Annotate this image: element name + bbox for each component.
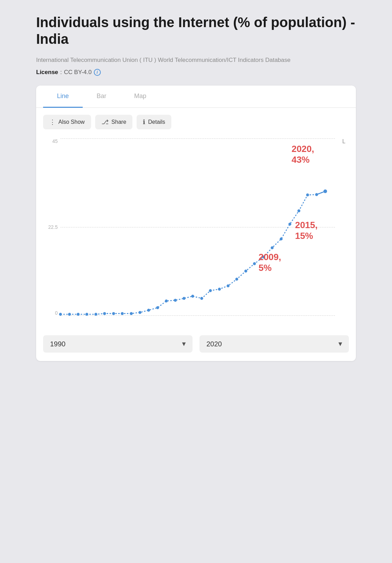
dot-2019: [315, 193, 318, 196]
tabs-container: Line Bar Map: [36, 86, 356, 108]
dot-2011: [244, 270, 247, 273]
dot-1991: [68, 313, 71, 316]
dropdowns-row: 1990 1991 1992 1995 2000 2005 2010 ▼ 202…: [36, 330, 356, 361]
dot-2010: [235, 278, 238, 281]
also-show-icon: ⋮: [49, 118, 56, 126]
dot-2002: [165, 299, 168, 303]
chart-inner: L 2020, 43% 2015, 15% 2009, 5%: [60, 138, 335, 316]
y-label-0: 0: [40, 310, 58, 316]
dot-1992: [77, 313, 80, 316]
details-button[interactable]: ℹ Details: [137, 115, 171, 129]
y-label-45: 45: [40, 138, 58, 144]
license-info-icon[interactable]: i: [94, 69, 101, 76]
chart-area: 45 22.5 0: [36, 135, 356, 330]
dot-2015: [280, 237, 283, 240]
share-icon: ⎇: [101, 118, 109, 126]
dot-1997: [121, 312, 124, 315]
page-container: Individuals using the Internet (% of pop…: [36, 14, 356, 549]
tab-map[interactable]: Map: [120, 86, 160, 108]
license-separator: :: [60, 69, 62, 76]
chart-card: Line Bar Map ⋮ Also Show ⎇ Share ℹ Detai…: [36, 86, 356, 361]
dot-2003: [174, 299, 177, 302]
dot-2005: [191, 295, 194, 298]
dot-2004: [182, 297, 185, 300]
dot-1996: [112, 312, 115, 315]
license-label: License: [36, 69, 58, 76]
page-title: Individuals using the Internet (% of pop…: [36, 14, 356, 47]
license-row: License : CC BY-4.0 i: [36, 69, 356, 76]
dot-2009: [227, 284, 229, 287]
annotation-2015: 2015, 15%: [295, 220, 318, 241]
end-year-select[interactable]: 2020 2019 2018 2015 2010: [199, 335, 349, 353]
dot-2016: [288, 223, 291, 226]
dot-2001: [156, 306, 159, 309]
toolbar: ⋮ Also Show ⎇ Share ℹ Details: [36, 108, 356, 135]
start-year-wrapper: 1990 1991 1992 1995 2000 2005 2010 ▼: [43, 335, 193, 353]
dot-1999: [139, 311, 141, 314]
dot-2006: [200, 297, 203, 300]
also-show-button[interactable]: ⋮ Also Show: [43, 115, 91, 129]
dot-2008: [218, 288, 221, 291]
dot-2012: [253, 262, 256, 265]
dot-1995: [103, 312, 106, 315]
dot-2014: [271, 246, 273, 249]
legend-label: L: [342, 138, 345, 145]
license-value: CC BY-4.0: [64, 69, 92, 76]
start-year-select[interactable]: 1990 1991 1992 1995 2000 2005 2010: [43, 335, 193, 353]
dot-2017: [297, 209, 300, 212]
end-year-wrapper: 2020 2019 2018 2015 2010 ▼: [199, 335, 349, 353]
annotation-2009: 2009, 5%: [259, 252, 281, 273]
annotation-2020: 2020, 43%: [292, 144, 314, 165]
dot-2020: [324, 189, 327, 193]
details-icon: ℹ: [143, 118, 145, 126]
y-label-225: 22.5: [40, 224, 58, 230]
dot-2000: [147, 308, 150, 312]
tab-bar[interactable]: Bar: [83, 86, 120, 108]
dot-1994: [95, 313, 97, 316]
dot-2007: [209, 289, 212, 292]
dot-1990: [59, 313, 62, 316]
tab-line[interactable]: Line: [43, 86, 83, 108]
share-button[interactable]: ⎇ Share: [95, 115, 133, 129]
dot-2018: [306, 193, 309, 196]
dot-1993: [85, 313, 88, 316]
dot-1998: [130, 312, 133, 315]
source-text: International Telecommunication Union ( …: [36, 56, 356, 65]
